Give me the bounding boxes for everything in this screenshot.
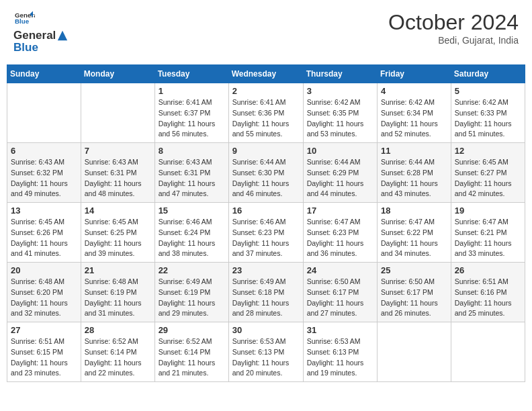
day-info: Sunrise: 6:53 AMSunset: 6:13 PMDaylight:… (307, 336, 373, 379)
calendar-day-cell: 10Sunrise: 6:44 AMSunset: 6:29 PMDayligh… (303, 143, 377, 203)
svg-text:Blue: Blue (15, 17, 30, 25)
calendar-day-cell: 24Sunrise: 6:50 AMSunset: 6:17 PMDayligh… (303, 263, 377, 322)
day-of-week-header: Sunday (7, 65, 81, 83)
day-of-week-header: Tuesday (154, 65, 228, 83)
day-info: Sunrise: 6:47 AMSunset: 6:23 PMDaylight:… (307, 217, 373, 259)
day-info: Sunrise: 6:41 AMSunset: 6:36 PMDaylight:… (232, 97, 300, 140)
day-info: Sunrise: 6:42 AMSunset: 6:34 PMDaylight:… (381, 97, 447, 140)
calendar-week-row: 20Sunrise: 6:48 AMSunset: 6:20 PMDayligh… (7, 263, 525, 322)
calendar-day-cell: 13Sunrise: 6:45 AMSunset: 6:26 PMDayligh… (7, 203, 81, 263)
day-info: Sunrise: 6:45 AMSunset: 6:27 PMDaylight:… (455, 157, 521, 199)
calendar-day-cell: 25Sunrise: 6:50 AMSunset: 6:17 PMDayligh… (378, 263, 451, 322)
calendar-day-cell: 3Sunrise: 6:42 AMSunset: 6:35 PMDaylight… (303, 83, 377, 143)
day-info: Sunrise: 6:47 AMSunset: 6:22 PMDaylight:… (381, 217, 447, 259)
calendar-week-row: 6Sunrise: 6:43 AMSunset: 6:32 PMDaylight… (7, 143, 525, 203)
calendar-day-cell: 21Sunrise: 6:48 AMSunset: 6:19 PMDayligh… (81, 263, 154, 322)
day-number: 28 (85, 325, 151, 335)
calendar-day-cell (451, 322, 525, 382)
day-number: 17 (307, 205, 373, 216)
calendar-day-cell: 28Sunrise: 6:52 AMSunset: 6:14 PMDayligh… (81, 322, 154, 382)
day-info: Sunrise: 6:43 AMSunset: 6:31 PMDaylight:… (159, 157, 225, 199)
calendar-day-cell: 17Sunrise: 6:47 AMSunset: 6:23 PMDayligh… (303, 203, 377, 263)
day-info: Sunrise: 6:51 AMSunset: 6:16 PMDaylight:… (455, 277, 521, 319)
calendar-day-cell: 4Sunrise: 6:42 AMSunset: 6:34 PMDaylight… (378, 83, 451, 143)
calendar-day-cell: 31Sunrise: 6:53 AMSunset: 6:13 PMDayligh… (303, 322, 377, 382)
logo: General Blue General Blue (13, 10, 69, 54)
calendar-day-cell: 11Sunrise: 6:44 AMSunset: 6:28 PMDayligh… (378, 143, 451, 203)
calendar-table: SundayMondayTuesdayWednesdayThursdayFrid… (7, 64, 525, 382)
day-number: 13 (11, 205, 77, 216)
svg-marker-3 (58, 31, 67, 40)
day-number: 15 (159, 205, 225, 216)
day-number: 9 (232, 146, 300, 156)
calendar-day-cell: 12Sunrise: 6:45 AMSunset: 6:27 PMDayligh… (451, 143, 525, 203)
calendar-day-cell: 14Sunrise: 6:45 AMSunset: 6:25 PMDayligh… (81, 203, 154, 263)
day-info: Sunrise: 6:44 AMSunset: 6:29 PMDaylight:… (307, 157, 373, 199)
day-number: 3 (307, 86, 373, 96)
day-info: Sunrise: 6:52 AMSunset: 6:14 PMDaylight:… (159, 336, 225, 379)
day-info: Sunrise: 6:44 AMSunset: 6:28 PMDaylight:… (381, 157, 447, 199)
day-number: 21 (85, 265, 151, 275)
day-info: Sunrise: 6:51 AMSunset: 6:15 PMDaylight:… (11, 336, 77, 379)
day-number: 5 (455, 86, 521, 96)
day-info: Sunrise: 6:43 AMSunset: 6:31 PMDaylight:… (85, 157, 151, 199)
day-info: Sunrise: 6:45 AMSunset: 6:26 PMDaylight:… (11, 217, 77, 259)
logo-icon: General Blue (15, 10, 35, 26)
day-info: Sunrise: 6:49 AMSunset: 6:18 PMDaylight:… (232, 277, 300, 319)
day-number: 14 (85, 205, 151, 216)
day-info: Sunrise: 6:48 AMSunset: 6:20 PMDaylight:… (11, 277, 77, 319)
day-number: 22 (159, 265, 225, 275)
day-info: Sunrise: 6:47 AMSunset: 6:21 PMDaylight:… (455, 217, 521, 259)
calendar-day-cell: 9Sunrise: 6:44 AMSunset: 6:30 PMDaylight… (228, 143, 303, 203)
day-info: Sunrise: 6:42 AMSunset: 6:33 PMDaylight:… (455, 97, 521, 140)
calendar-day-cell: 29Sunrise: 6:52 AMSunset: 6:14 PMDayligh… (154, 322, 228, 382)
calendar-week-row: 1Sunrise: 6:41 AMSunset: 6:37 PMDaylight… (7, 83, 525, 143)
day-info: Sunrise: 6:41 AMSunset: 6:37 PMDaylight:… (159, 97, 225, 140)
day-number: 20 (11, 265, 77, 275)
calendar-day-cell: 2Sunrise: 6:41 AMSunset: 6:36 PMDaylight… (228, 83, 303, 143)
day-info: Sunrise: 6:50 AMSunset: 6:17 PMDaylight:… (381, 277, 447, 319)
day-info: Sunrise: 6:43 AMSunset: 6:32 PMDaylight:… (11, 157, 77, 199)
day-number: 12 (455, 146, 521, 156)
calendar-day-cell: 27Sunrise: 6:51 AMSunset: 6:15 PMDayligh… (7, 322, 81, 382)
day-number: 8 (159, 146, 225, 156)
day-info: Sunrise: 6:46 AMSunset: 6:23 PMDaylight:… (232, 217, 300, 259)
day-info: Sunrise: 6:53 AMSunset: 6:13 PMDaylight:… (232, 336, 300, 379)
day-of-week-header: Wednesday (228, 65, 303, 83)
title-block: October 2024 Bedi, Gujarat, India (388, 10, 519, 46)
calendar-week-row: 27Sunrise: 6:51 AMSunset: 6:15 PMDayligh… (7, 322, 525, 382)
calendar-day-cell: 5Sunrise: 6:42 AMSunset: 6:33 PMDaylight… (451, 83, 525, 143)
calendar-header-row: SundayMondayTuesdayWednesdayThursdayFrid… (7, 65, 525, 83)
day-number: 11 (381, 146, 447, 156)
page-header: General Blue General Blue October 2024 B… (7, 7, 525, 58)
calendar-day-cell: 20Sunrise: 6:48 AMSunset: 6:20 PMDayligh… (7, 263, 81, 322)
day-number: 6 (11, 146, 77, 156)
logo-text-blue: Blue (13, 41, 69, 54)
calendar-day-cell (7, 83, 81, 143)
day-info: Sunrise: 6:42 AMSunset: 6:35 PMDaylight:… (307, 97, 373, 140)
day-number: 29 (159, 325, 225, 335)
day-of-week-header: Thursday (303, 65, 377, 83)
calendar-day-cell: 19Sunrise: 6:47 AMSunset: 6:21 PMDayligh… (451, 203, 525, 263)
day-number: 4 (381, 86, 447, 96)
day-number: 25 (381, 265, 447, 275)
day-info: Sunrise: 6:46 AMSunset: 6:24 PMDaylight:… (159, 217, 225, 259)
calendar-day-cell (378, 322, 451, 382)
calendar-day-cell: 1Sunrise: 6:41 AMSunset: 6:37 PMDaylight… (154, 83, 228, 143)
day-number: 10 (307, 146, 373, 156)
day-info: Sunrise: 6:45 AMSunset: 6:25 PMDaylight:… (85, 217, 151, 259)
calendar-day-cell: 26Sunrise: 6:51 AMSunset: 6:16 PMDayligh… (451, 263, 525, 322)
day-number: 16 (232, 205, 300, 216)
month-title: October 2024 (388, 10, 519, 35)
day-number: 27 (11, 325, 77, 335)
day-number: 23 (232, 265, 300, 275)
logo-triangle-icon (56, 30, 69, 42)
day-info: Sunrise: 6:50 AMSunset: 6:17 PMDaylight:… (307, 277, 373, 319)
day-info: Sunrise: 6:52 AMSunset: 6:14 PMDaylight:… (85, 336, 151, 379)
calendar-day-cell: 30Sunrise: 6:53 AMSunset: 6:13 PMDayligh… (228, 322, 303, 382)
day-info: Sunrise: 6:49 AMSunset: 6:19 PMDaylight:… (159, 277, 225, 319)
day-number: 18 (381, 205, 447, 216)
calendar-day-cell: 15Sunrise: 6:46 AMSunset: 6:24 PMDayligh… (154, 203, 228, 263)
day-of-week-header: Saturday (451, 65, 525, 83)
day-info: Sunrise: 6:44 AMSunset: 6:30 PMDaylight:… (232, 157, 300, 199)
